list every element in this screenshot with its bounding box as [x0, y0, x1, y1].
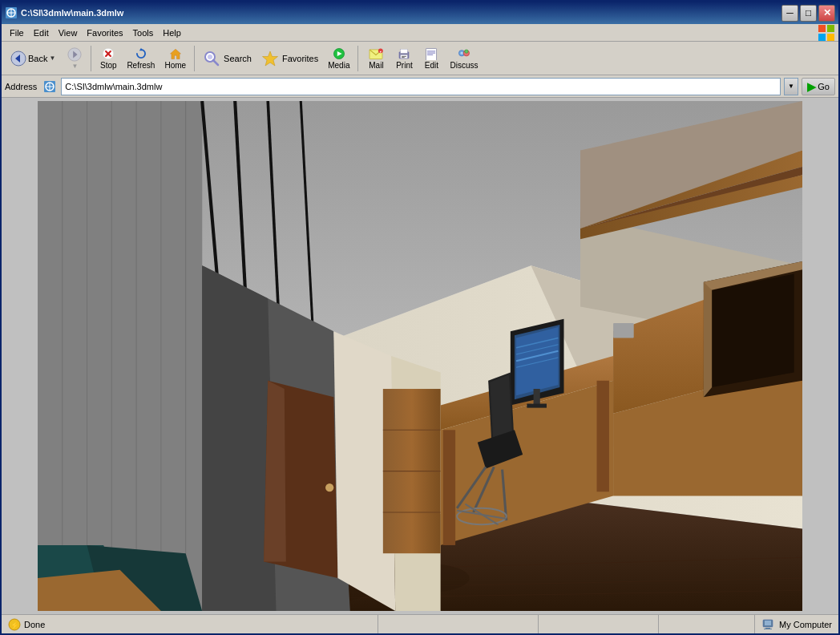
toolbar-sep-3 [357, 46, 358, 71]
toolbar: Back ▼ ▼ Stop Ref [2, 42, 838, 75]
svg-rect-79 [443, 430, 455, 545]
menu-file[interactable]: File [5, 26, 29, 39]
svg-rect-31 [426, 48, 437, 60]
windows-logo-icon [818, 24, 835, 42]
address-bar: Address C:\SI\3dmlw\main.3dmlw ▼ ▶ Go [2, 75, 838, 98]
back-label: Back [28, 54, 47, 63]
toolbar-sep-1 [91, 46, 91, 71]
status-ready-icon: ⚡ [8, 618, 21, 631]
refresh-label: Refresh [127, 61, 155, 70]
search-icon [203, 50, 220, 67]
svg-rect-7 [827, 34, 834, 41]
status-text: Done [24, 620, 45, 629]
menu-view[interactable]: View [54, 26, 83, 39]
stop-icon [99, 47, 117, 60]
svg-rect-33 [427, 52, 435, 53]
minimize-button[interactable]: ─ [781, 5, 798, 22]
svg-marker-20 [262, 51, 277, 66]
home-button[interactable]: Home [160, 45, 190, 72]
status-seg-2 [539, 615, 659, 633]
stop-button[interactable]: Stop [95, 45, 121, 72]
home-label: Home [164, 61, 186, 70]
viewport-container[interactable] [5, 101, 835, 611]
address-dropdown-button[interactable]: ▼ [784, 78, 798, 95]
svg-point-37 [461, 51, 463, 54]
forward-dropdown-arrow[interactable]: ▼ [71, 63, 78, 70]
svg-rect-118 [765, 621, 771, 625]
svg-point-19 [208, 55, 212, 59]
back-button[interactable]: Back ▼ [5, 45, 61, 72]
favorites-button[interactable]: Favorites [257, 45, 322, 72]
back-dropdown-arrow[interactable]: ▼ [49, 55, 55, 62]
address-label: Address [5, 82, 40, 91]
svg-rect-89 [527, 403, 547, 407]
go-arrow-icon: ▶ [807, 80, 816, 93]
edit-label: Edit [425, 61, 438, 70]
mail-icon: ▼ [366, 47, 386, 60]
menu-edit[interactable]: Edit [29, 26, 54, 39]
svg-rect-6 [818, 34, 826, 41]
scene-canvas [5, 101, 835, 611]
discuss-icon [455, 47, 473, 60]
stop-label: Stop [100, 61, 117, 70]
mail-button[interactable]: ▼ Mail [362, 45, 390, 72]
svg-rect-28 [401, 55, 408, 58]
edit-icon [422, 47, 440, 60]
title-bar: C:\SI\3dmlw\main.3dmlw ─ □ ✕ [2, 2, 838, 24]
svg-line-18 [213, 60, 218, 65]
go-label: Go [818, 82, 830, 91]
window-icon [5, 6, 18, 19]
edit-button[interactable]: Edit [418, 45, 444, 72]
status-left: ⚡ Done [2, 615, 378, 633]
media-button[interactable]: Media [324, 45, 353, 72]
svg-rect-5 [827, 25, 834, 32]
address-icon [43, 80, 56, 93]
media-label: Media [328, 61, 349, 70]
svg-text:⚡: ⚡ [10, 621, 20, 630]
back-icon [10, 51, 26, 67]
print-icon [395, 47, 413, 60]
svg-rect-32 [427, 51, 435, 51]
favorites-label: Favorites [282, 54, 318, 63]
discuss-button[interactable]: Discuss [446, 45, 482, 72]
forward-button[interactable]: ▼ [63, 45, 87, 72]
main-content [2, 98, 838, 614]
mail-label: Mail [369, 61, 383, 70]
search-button[interactable]: Search [199, 45, 256, 72]
media-icon [330, 47, 348, 60]
zone-text: My Computer [779, 620, 832, 629]
maximize-button[interactable]: □ [800, 5, 817, 22]
menu-bar: File Edit View Favorites Tools Help [2, 24, 838, 42]
print-button[interactable]: Print [391, 45, 417, 72]
home-icon [167, 47, 184, 60]
menu-favorites[interactable]: Favorites [82, 26, 127, 39]
svg-text:▼: ▼ [379, 50, 382, 53]
status-right: My Computer [755, 615, 838, 633]
go-button[interactable]: ▶ Go [802, 78, 835, 95]
svg-rect-119 [765, 628, 770, 629]
refresh-button[interactable]: Refresh [123, 45, 159, 72]
menu-help[interactable]: Help [158, 26, 186, 39]
title-bar-buttons: ─ □ ✕ [781, 5, 835, 22]
svg-rect-29 [402, 55, 407, 56]
print-label: Print [396, 61, 413, 70]
address-input[interactable]: C:\SI\3dmlw\main.3dmlw [61, 78, 781, 95]
svg-marker-110 [704, 282, 712, 398]
search-label: Search [224, 54, 252, 63]
toolbar-sep-2 [194, 46, 195, 71]
computer-icon [761, 618, 774, 631]
window-title: C:\SI\3dmlw\main.3dmlw [21, 8, 781, 18]
close-button[interactable]: ✕ [818, 5, 835, 22]
svg-rect-34 [427, 54, 433, 55]
forward-icon [67, 47, 83, 62]
svg-marker-108 [712, 273, 794, 387]
svg-rect-27 [401, 49, 408, 53]
menu-tools[interactable]: Tools [128, 26, 159, 39]
main-window: C:\SI\3dmlw\main.3dmlw ─ □ ✕ File Edit V… [0, 0, 840, 635]
status-bar: ⚡ Done My Computer [2, 614, 838, 633]
svg-marker-16 [170, 49, 180, 59]
discuss-label: Discuss [450, 61, 478, 70]
address-value: C:\SI\3dmlw\main.3dmlw [65, 82, 162, 91]
svg-rect-88 [534, 389, 540, 406]
svg-rect-111 [613, 323, 634, 338]
